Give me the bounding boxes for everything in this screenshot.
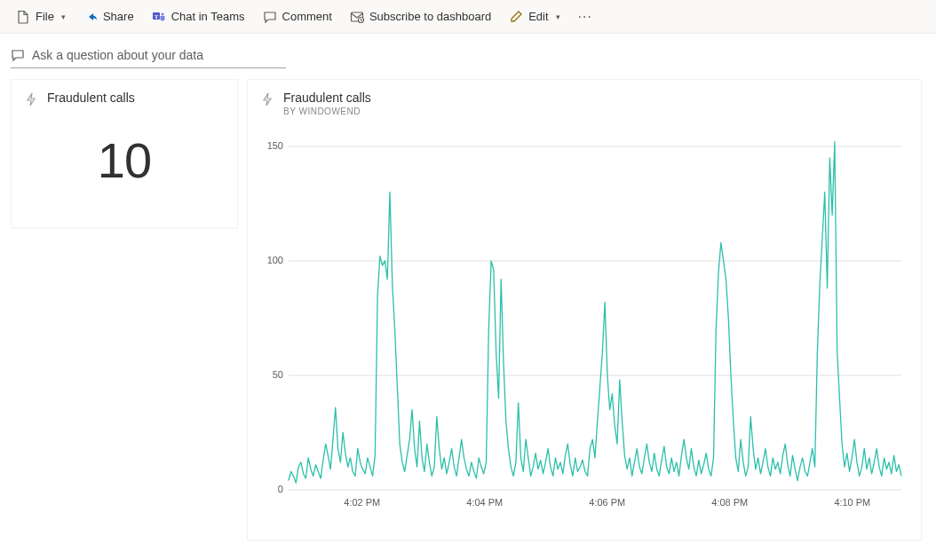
comment-icon [263, 10, 277, 24]
file-label: File [36, 10, 54, 23]
share-button[interactable]: Share [76, 6, 141, 28]
subscribe-label: Subscribe to dashboard [369, 10, 491, 23]
tile-subtitle: BY WINDOWEND [283, 106, 371, 116]
chevron-down-icon: ▾ [61, 12, 66, 21]
edit-label: Edit [528, 10, 548, 23]
subscribe-icon [350, 10, 364, 24]
tile-header: Fraudulent calls BY WINDOWEND [262, 91, 907, 116]
svg-text:0: 0 [278, 484, 283, 494]
svg-text:T: T [154, 12, 158, 20]
svg-text:4:06 PM: 4:06 PM [589, 497, 625, 508]
bolt-icon [26, 92, 38, 106]
qa-placeholder: Ask a question about your data [32, 48, 203, 62]
teams-button[interactable]: T Chat in Teams [145, 6, 252, 28]
chart: 0501001504:02 PM4:04 PM4:06 PM4:08 PM4:1… [262, 130, 907, 513]
bolt-icon [262, 92, 274, 106]
tile-value: 10 [26, 131, 223, 189]
svg-text:50: 50 [273, 369, 283, 380]
svg-text:4:10 PM: 4:10 PM [834, 497, 870, 508]
tile-fraud-count[interactable]: Fraudulent calls 10 [11, 79, 238, 228]
comment-button[interactable]: Comment [256, 6, 339, 28]
edit-icon [509, 10, 523, 24]
more-options-button[interactable]: ··· [571, 9, 599, 25]
tile-header: Fraudulent calls [26, 91, 223, 106]
svg-text:150: 150 [267, 140, 283, 151]
toolbar: File ▾ Share T Chat in Teams Comment Sub… [0, 0, 936, 34]
teams-icon: T [152, 10, 166, 24]
share-icon [83, 10, 98, 24]
svg-text:4:04 PM: 4:04 PM [466, 497, 503, 508]
svg-text:4:02 PM: 4:02 PM [344, 497, 380, 508]
subscribe-button[interactable]: Subscribe to dashboard [343, 6, 498, 28]
file-icon [16, 10, 30, 24]
svg-point-2 [161, 12, 163, 15]
tile-fraud-chart[interactable]: Fraudulent calls BY WINDOWEND 0501001504… [247, 79, 922, 540]
edit-menu[interactable]: Edit ▾ [502, 6, 567, 28]
chevron-down-icon: ▾ [556, 12, 560, 21]
share-label: Share [103, 10, 134, 23]
comment-icon [11, 48, 25, 62]
svg-text:4:08 PM: 4:08 PM [711, 497, 748, 508]
tile-title: Fraudulent calls [47, 91, 135, 105]
dashboard: Fraudulent calls 10 Fraudulent calls BY … [0, 68, 936, 551]
svg-text:100: 100 [267, 255, 283, 265]
teams-label: Chat in Teams [171, 10, 245, 23]
comment-label: Comment [282, 10, 332, 23]
tile-title: Fraudulent calls [283, 91, 371, 105]
qa-input[interactable]: Ask a question about your data [11, 44, 286, 68]
file-menu[interactable]: File ▾ [9, 6, 73, 28]
